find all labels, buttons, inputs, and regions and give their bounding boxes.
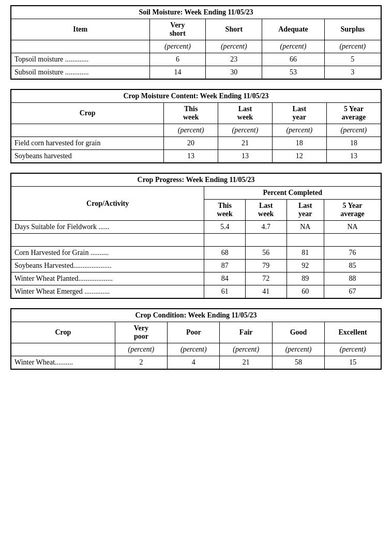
winter-wheat-excellent: 15 xyxy=(325,356,381,370)
unit-percent-2: (percent) xyxy=(206,40,262,53)
spacer-row xyxy=(11,234,381,247)
winter-wheat-emerged-last-week: 41 xyxy=(245,285,287,299)
unit-percent-3: (percent) xyxy=(220,343,272,356)
soil-moisture-section: Soil Moisture: Week Ending 11/05/23 Item… xyxy=(10,5,382,80)
unit-percent-5: (percent) xyxy=(325,343,381,356)
days-suitable-last-week: 4.7 xyxy=(245,221,287,234)
table-row: Soybeans Harvested..................... … xyxy=(11,260,381,273)
winter-wheat-very-poor: 2 xyxy=(115,356,167,370)
subsoil-adequate: 53 xyxy=(262,66,324,80)
table-row: Winter Wheat.......... 2 4 21 58 15 xyxy=(11,356,381,370)
corn-grain-last-year: 81 xyxy=(287,247,324,260)
table-row: Subsoil moisture ............. 14 30 53 … xyxy=(11,66,381,80)
unit-percent-2: (percent) xyxy=(168,343,220,356)
crop-progress-section: Crop Progress: Week Ending 11/05/23 Crop… xyxy=(10,173,382,299)
col-surplus: Surplus xyxy=(324,19,381,40)
soybeans-last-year: 12 xyxy=(272,150,326,163)
soil-moisture-title: Soil Moisture: Week Ending 11/05/23 xyxy=(11,6,381,19)
topsoil-surplus: 5 xyxy=(324,53,381,66)
soybeans-harvested-5yr: 85 xyxy=(324,260,381,273)
winter-wheat-emerged-label: Winter Wheat Emerged .............. xyxy=(11,285,204,299)
unit-percent-3: (percent) xyxy=(262,40,324,53)
table-row: Topsoil moisture ............. 6 23 66 5 xyxy=(11,53,381,66)
unit-empty xyxy=(11,343,115,356)
col-last-year: Lastyear xyxy=(272,103,326,124)
field-corn-this-week: 20 xyxy=(164,137,218,150)
subsoil-short: 30 xyxy=(206,66,262,80)
col-this-week: Thisweek xyxy=(204,200,246,221)
col-poor: Poor xyxy=(168,322,220,343)
topsoil-very-short: 6 xyxy=(149,53,206,66)
field-corn-last-year: 18 xyxy=(272,137,326,150)
subsoil-label: Subsoil moisture ............. xyxy=(11,66,149,80)
soybeans-last-week: 13 xyxy=(218,150,273,163)
winter-wheat-planted-last-week: 72 xyxy=(245,273,287,285)
col-item: Item xyxy=(11,19,149,40)
col-very-short: Veryshort xyxy=(149,19,206,40)
topsoil-adequate: 66 xyxy=(262,53,324,66)
field-corn-label: Field corn harvested for grain xyxy=(11,137,164,150)
soybeans-harvested-last-week: 79 xyxy=(245,260,287,273)
col-good: Good xyxy=(272,322,324,343)
unit-percent-1: (percent) xyxy=(149,40,206,53)
field-corn-last-week: 21 xyxy=(218,137,273,150)
winter-wheat-label: Winter Wheat.......... xyxy=(11,356,115,370)
winter-wheat-poor: 4 xyxy=(168,356,220,370)
crop-progress-table: Crop Progress: Week Ending 11/05/23 Crop… xyxy=(10,173,382,299)
days-suitable-last-year: NA xyxy=(287,221,324,234)
subsoil-surplus: 3 xyxy=(324,66,381,80)
crop-condition-table: Crop Condition: Week Ending 11/05/23 Cro… xyxy=(10,308,382,370)
percent-completed-header: Percent Completed xyxy=(204,187,381,200)
unit-percent-4: (percent) xyxy=(324,40,381,53)
field-corn-5yr: 18 xyxy=(326,137,381,150)
corn-grain-this-week: 68 xyxy=(204,247,246,260)
unit-percent-4: (percent) xyxy=(272,343,324,356)
days-suitable-label: Days Suitable for Fieldwork ...... xyxy=(11,221,204,234)
col-5yr-avg: 5 Yearaverage xyxy=(324,200,381,221)
col-excellent: Excellent xyxy=(325,322,381,343)
col-crop: Crop xyxy=(11,103,164,124)
crop-progress-title: Crop Progress: Week Ending 11/05/23 xyxy=(11,173,381,187)
winter-wheat-planted-5yr: 88 xyxy=(324,273,381,285)
col-last-week: Lastweek xyxy=(245,200,287,221)
soybeans-harvested-label: Soybeans Harvested..................... xyxy=(11,260,204,273)
unit-percent-2: (percent) xyxy=(218,124,273,137)
table-row: Days Suitable for Fieldwork ...... 5.4 4… xyxy=(11,221,381,234)
col-crop-activity: Crop/Activity xyxy=(11,187,204,221)
col-very-poor: Verypoor xyxy=(115,322,167,343)
winter-wheat-planted-this-week: 84 xyxy=(204,273,246,285)
corn-grain-label: Corn Harvested for Grain .......... xyxy=(11,247,204,260)
unit-percent-1: (percent) xyxy=(164,124,218,137)
table-row: Winter Wheat Planted................... … xyxy=(11,273,381,285)
topsoil-label: Topsoil moisture ............. xyxy=(11,53,149,66)
corn-grain-5yr: 76 xyxy=(324,247,381,260)
winter-wheat-planted-label: Winter Wheat Planted................... xyxy=(11,273,204,285)
table-row: Field corn harvested for grain 20 21 18 … xyxy=(11,137,381,150)
winter-wheat-fair: 21 xyxy=(220,356,272,370)
soybeans-5yr: 13 xyxy=(326,150,381,163)
soil-moisture-table: Soil Moisture: Week Ending 11/05/23 Item… xyxy=(10,5,382,80)
col-last-year: Lastyear xyxy=(287,200,324,221)
days-suitable-5yr: NA xyxy=(324,221,381,234)
soybeans-harvested-this-week: 87 xyxy=(204,260,246,273)
days-suitable-this-week: 5.4 xyxy=(204,221,246,234)
table-row: Corn Harvested for Grain .......... 68 5… xyxy=(11,247,381,260)
unit-empty xyxy=(11,124,164,137)
winter-wheat-emerged-last-year: 60 xyxy=(287,285,324,299)
winter-wheat-planted-last-year: 89 xyxy=(287,273,324,285)
col-short: Short xyxy=(206,19,262,40)
table-row: Winter Wheat Emerged .............. 61 4… xyxy=(11,285,381,299)
soybeans-this-week: 13 xyxy=(164,150,218,163)
crop-moisture-title: Crop Moisture Content: Week Ending 11/05… xyxy=(11,89,381,103)
spacer-label xyxy=(11,234,204,247)
col-crop: Crop xyxy=(11,322,115,343)
unit-percent-1: (percent) xyxy=(115,343,167,356)
winter-wheat-emerged-this-week: 61 xyxy=(204,285,246,299)
unit-percent-4: (percent) xyxy=(326,124,381,137)
corn-grain-last-week: 56 xyxy=(245,247,287,260)
col-this-week: Thisweek xyxy=(164,103,218,124)
col-5yr-avg: 5 Yearaverage xyxy=(326,103,381,124)
col-last-week: Lastweek xyxy=(218,103,273,124)
subsoil-very-short: 14 xyxy=(149,66,206,80)
unit-percent-3: (percent) xyxy=(272,124,326,137)
